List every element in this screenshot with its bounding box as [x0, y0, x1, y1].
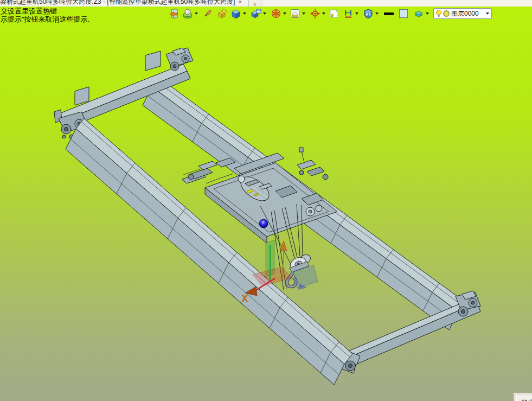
hint-line-2: 示提示"按钮来取消这些提示. [1, 15, 89, 23]
model-viewport[interactable]: X [0, 0, 532, 401]
badge-icon[interactable] [363, 8, 374, 19]
wheel-dropdown[interactable] [283, 12, 286, 15]
document-tab-title: 梁桥式起重机50吨多吨位大跨度.Z3 - [智能遥控单梁桥式起重机50吨多吨位大… [0, 0, 235, 6]
open-box-icon[interactable] [216, 8, 227, 19]
dialog-corner: 输出 [513, 393, 532, 401]
color-swatch-icon[interactable] [398, 8, 409, 19]
girder-near[interactable] [66, 118, 352, 385]
layer-combobox[interactable]: 图层0000 [433, 8, 492, 19]
output-button[interactable]: 输出 [516, 396, 532, 401]
layer-combobox-value: 图层0000 [451, 9, 485, 18]
hint-line-1: 义设置里设置热键 [1, 7, 89, 15]
layer-combobox-arrow[interactable] [486, 12, 489, 15]
triad-x-label: X [242, 294, 248, 303]
layers-icon[interactable] [413, 8, 424, 19]
render-style-icon[interactable] [182, 8, 193, 19]
badge-dropdown[interactable] [375, 12, 379, 15]
cube-dropdown[interactable] [243, 12, 246, 15]
move-target-icon[interactable] [310, 8, 321, 19]
exit-icon[interactable] [168, 8, 179, 19]
line-width-icon[interactable] [383, 8, 395, 19]
display-frame-dropdown[interactable] [302, 12, 305, 15]
display-frame-icon[interactable] [290, 8, 300, 19]
layers-dropdown[interactable] [426, 12, 429, 15]
point-icon[interactable] [329, 8, 339, 19]
application-window: X 义设置里设置热键 示提示"按钮来取消这些提示. 梁桥式起重机50吨多吨位大跨… [0, 0, 532, 401]
layer-color-icon [443, 10, 450, 17]
render-style-dropdown[interactable] [195, 12, 198, 15]
tab-close-icon[interactable]: × [238, 0, 241, 6]
lightbulb-icon [435, 9, 443, 18]
document-tab[interactable]: 梁桥式起重机50吨多吨位大跨度.Z3 - [智能遥控单梁桥式起重机50吨多吨位大… [0, 0, 242, 7]
new-tab-button[interactable]: + [248, 0, 261, 7]
cube-window-icon[interactable] [251, 8, 261, 19]
cube-window-dropdown[interactable] [263, 12, 266, 15]
move-target-dropdown[interactable] [322, 12, 325, 15]
brush-icon[interactable] [202, 8, 213, 19]
cube-icon[interactable] [230, 8, 241, 19]
measure-icon[interactable] [343, 8, 354, 19]
measure-dropdown[interactable] [355, 12, 358, 15]
tab-bar: 梁桥式起重机50吨多吨位大跨度.Z3 - [智能遥控单梁桥式起重机50吨多吨位大… [0, 0, 532, 7]
wheel-icon[interactable] [271, 8, 281, 19]
quick-toolbar: 图层0000 [168, 8, 492, 20]
marker-sphere[interactable] [259, 219, 268, 228]
hint-text: 义设置里设置热键 示提示"按钮来取消这些提示. [1, 7, 89, 23]
